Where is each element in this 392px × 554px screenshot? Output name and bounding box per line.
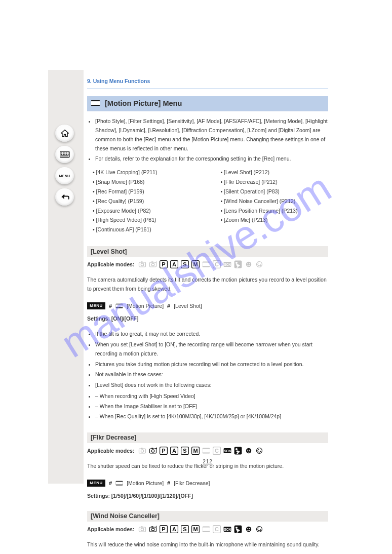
svg-rect-4 bbox=[66, 152, 67, 153]
link-item[interactable]: • [Snap Movie] (P168) bbox=[93, 178, 201, 187]
mode-run-icon bbox=[234, 525, 242, 533]
link-item[interactable]: • [Lens Position Resume] (P213) bbox=[221, 207, 329, 216]
svg-rect-22 bbox=[93, 105, 93, 105]
settings-line: Settings: [1/50]/[1/60]/[1/100]/[1/120]/… bbox=[87, 492, 328, 500]
svg-text:M: M bbox=[193, 261, 198, 267]
section-body: This will reduce the wind noise coming i… bbox=[87, 540, 328, 549]
svg-text:A: A bbox=[172, 526, 176, 532]
svg-rect-1 bbox=[61, 152, 62, 153]
keyboard-button[interactable] bbox=[55, 146, 74, 163]
mode-M-icon: M bbox=[191, 447, 200, 455]
mode-mov-icon bbox=[202, 260, 210, 268]
mode-S-icon: S bbox=[181, 447, 189, 455]
mode-S-icon: S bbox=[181, 525, 189, 533]
mode-run-icon bbox=[234, 447, 242, 455]
menu-button-label: MENU bbox=[59, 174, 70, 178]
mode-face-icon bbox=[245, 525, 253, 533]
mode-iaplus-icon: + bbox=[149, 525, 157, 533]
breadcrumb: 9. Using Menu Functions bbox=[87, 78, 328, 84]
svg-rect-21 bbox=[92, 105, 92, 105]
svg-text:S: S bbox=[183, 261, 187, 267]
intro-copy: [Photo Style], [Filter Settings], [Sensi… bbox=[87, 117, 328, 164]
mode-ia-icon bbox=[138, 447, 146, 455]
svg-rect-25 bbox=[96, 105, 97, 105]
mode-ia-icon bbox=[138, 260, 146, 268]
link-item[interactable]: • [Exposure Mode] (P82) bbox=[93, 207, 201, 216]
movie-icon bbox=[115, 480, 123, 486]
mode-A-icon: A bbox=[170, 447, 178, 455]
link-item[interactable]: • [Wind Noise Canceller] (P212) bbox=[221, 197, 329, 206]
mode-c-icon bbox=[213, 260, 221, 268]
link-item[interactable]: • [High Speed Video] (P81) bbox=[93, 216, 201, 225]
svg-rect-3 bbox=[64, 152, 65, 153]
svg-text:+: + bbox=[155, 260, 158, 264]
keyboard-icon bbox=[60, 151, 70, 158]
svg-text:A: A bbox=[172, 448, 176, 454]
list-item: When you set [Level Shot] to [ON], the r… bbox=[95, 340, 328, 359]
svg-text:M: M bbox=[193, 526, 198, 532]
link-item[interactable]: • [Continuous AF] (P161) bbox=[93, 225, 201, 234]
mode-face-icon bbox=[245, 447, 253, 455]
home-button[interactable] bbox=[55, 125, 74, 142]
mode-c-icon bbox=[213, 525, 221, 533]
svg-rect-10 bbox=[67, 154, 68, 155]
mode-scn-icon bbox=[223, 260, 231, 268]
section-heading: [Wind Noise Canceller] bbox=[87, 511, 328, 522]
mode-P-icon: P bbox=[160, 447, 168, 455]
list-item: For details, refer to the explanation fo… bbox=[95, 154, 328, 164]
svg-text:+: + bbox=[155, 447, 158, 450]
svg-rect-24 bbox=[95, 105, 96, 105]
svg-rect-7 bbox=[62, 154, 63, 155]
svg-text:S: S bbox=[183, 526, 187, 532]
page-title-band: [Motion Picture] Menu bbox=[87, 96, 328, 110]
svg-rect-16 bbox=[94, 101, 94, 101]
back-icon bbox=[60, 193, 70, 201]
settings-line: Settings: [ON]/[OFF] bbox=[87, 314, 328, 323]
svg-text:P: P bbox=[162, 261, 166, 267]
menu-path: MENU # [Motion Picture] # [Level Shot] bbox=[87, 302, 328, 309]
svg-rect-14 bbox=[92, 101, 92, 101]
mode-M-icon: M bbox=[191, 525, 200, 533]
link-item[interactable]: • [Rec Format] (P159) bbox=[93, 187, 201, 196]
list-item: [Level Shot] does not work in the follow… bbox=[95, 381, 328, 390]
movie-icon bbox=[91, 99, 101, 107]
svg-rect-2 bbox=[62, 152, 63, 153]
list-item: When [Rec Quality] is set to [4K/100M/30… bbox=[95, 412, 328, 421]
home-icon bbox=[60, 129, 69, 137]
mode-P-icon: P bbox=[160, 525, 168, 533]
applicable-modes: Applicable modes:+PASM bbox=[87, 260, 328, 268]
link-item[interactable]: • [Silent Operation] (P83) bbox=[221, 187, 329, 196]
back-button[interactable] bbox=[55, 188, 74, 206]
menu-chip: MENU bbox=[87, 480, 105, 487]
applicable-modes: Applicable modes:+PASM bbox=[87, 447, 328, 455]
applicable-modes: Applicable modes:+PASM bbox=[87, 525, 328, 533]
svg-rect-26 bbox=[97, 105, 98, 105]
mode-P-icon: P bbox=[160, 260, 168, 268]
mode-run-icon bbox=[234, 260, 242, 268]
link-item[interactable]: • [Rec Quality] (P159) bbox=[93, 197, 201, 206]
svg-rect-6 bbox=[61, 154, 62, 155]
svg-rect-27 bbox=[99, 105, 99, 105]
svg-rect-5 bbox=[67, 152, 68, 153]
svg-text:S: S bbox=[183, 448, 187, 454]
list-item: [Photo Style], [Filter Settings], [Sensi… bbox=[95, 117, 328, 153]
svg-rect-17 bbox=[95, 101, 96, 101]
svg-text:M: M bbox=[193, 448, 198, 454]
link-item[interactable]: • [Flkr Decrease] (P212) bbox=[221, 178, 329, 187]
link-item[interactable]: • [Level Shot] (P212) bbox=[221, 168, 329, 177]
mode-c-icon bbox=[213, 447, 221, 455]
svg-text:P: P bbox=[162, 526, 166, 532]
movie-icon bbox=[115, 303, 123, 309]
menu-button[interactable]: MENU bbox=[55, 167, 74, 184]
mode-S-icon: S bbox=[181, 260, 189, 268]
link-item[interactable]: • [4K Live Cropping] (P211) bbox=[93, 168, 201, 177]
svg-rect-9 bbox=[66, 154, 67, 155]
mode-cc-icon bbox=[255, 447, 263, 455]
svg-rect-13 bbox=[91, 101, 100, 105]
svg-rect-19 bbox=[97, 101, 98, 101]
link-item[interactable]: • [Zoom Mic] (P213) bbox=[221, 216, 329, 225]
svg-rect-35 bbox=[116, 304, 123, 307]
section-body: The camera automatically detects its til… bbox=[87, 275, 328, 294]
page-title: [Motion Picture] Menu bbox=[105, 99, 182, 107]
mode-cc-icon bbox=[255, 260, 263, 268]
